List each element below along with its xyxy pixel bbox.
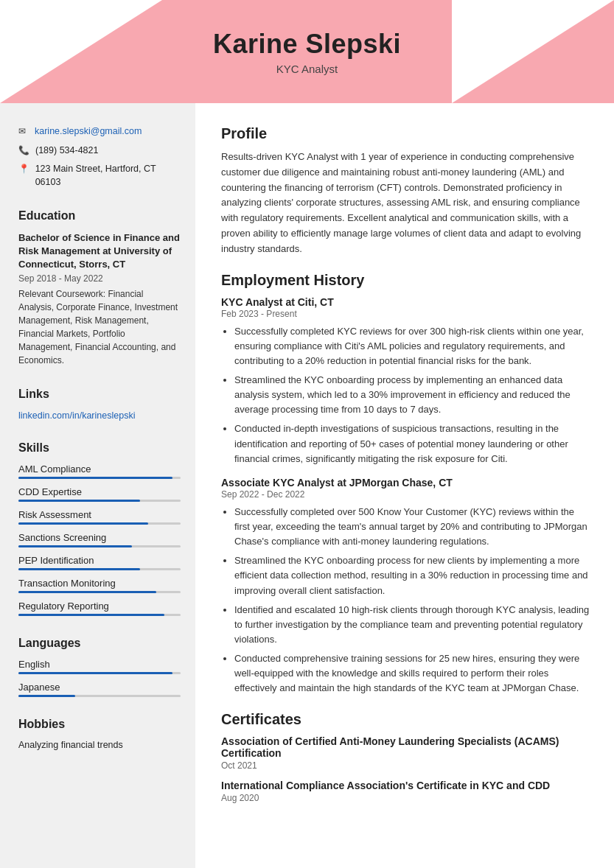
skill-item: Sanctions Screening [18,532,181,547]
main-content: Profile Results-driven KYC Analyst with … [195,103,614,868]
email-value: karine.slepski@gmail.com [35,125,142,139]
skill-name: Sanctions Screening [18,532,181,543]
employment-section-title: Employment History [221,272,592,289]
contact-section: ✉ karine.slepski@gmail.com 📞 (189) 534-4… [18,125,181,189]
phone-item: 📞 (189) 534-4821 [18,144,181,158]
job-bullets: Successfully completed over 500 Know You… [221,505,592,696]
certificates-section-title: Certificates [221,711,592,728]
skill-bar-fill [18,522,148,525]
cert-date: Aug 2020 [221,793,592,803]
edu-dates: Sep 2018 - May 2022 [18,273,181,284]
job-dates: Sep 2022 - Dec 2022 [221,489,592,500]
cert-title: International Compliance Association's C… [221,780,592,791]
email-item: ✉ karine.slepski@gmail.com [18,125,181,139]
skill-item: CDD Expertise [18,486,181,502]
list-item: Streamlined the KYC onboarding process f… [234,553,592,598]
skill-bar-fill [18,545,132,547]
skill-item: Regulatory Reporting [18,601,181,616]
cert-entry: Association of Certified Anti-Money Laun… [221,735,592,771]
skill-name: Risk Assessment [18,509,181,520]
list-item: Conducted in-depth investigations of sus… [234,421,592,466]
header-content: Karine Slepski KYC Analyst [0,0,614,103]
skill-name: Transaction Monitoring [18,578,181,589]
skill-bar-fill [18,591,156,593]
lang-bar-fill [18,672,172,674]
hobbies-list: Analyzing financial trends [18,740,181,750]
links-title: Links [18,388,181,401]
skill-bar-bg [18,568,181,570]
job-bullets: Successfully completed KYC reviews for o… [221,324,592,466]
language-name: Japanese [18,682,181,693]
linkedin-item: linkedin.com/in/karineslepski [18,410,181,421]
linkedin-link[interactable]: linkedin.com/in/karineslepski [18,410,135,421]
skill-bar-fill [18,614,164,616]
job-dates: Feb 2023 - Present [221,309,592,319]
skill-name: AML Compliance [18,463,181,475]
list-item: Successfully completed over 500 Know You… [234,505,592,549]
email-link[interactable]: karine.slepski@gmail.com [35,126,142,136]
skill-bar-bg [18,500,181,502]
hobbies-title: Hobbies [18,718,181,731]
phone-value: (189) 534-4821 [35,144,98,158]
skill-bar-fill [18,568,140,570]
skills-list: AML Compliance CDD Expertise Risk Assess… [18,463,181,616]
languages-title: Languages [18,637,181,650]
job-entry: Associate KYC Analyst at JPMorgan Chase,… [221,477,592,696]
certs-list: Association of Certified Anti-Money Laun… [221,735,592,803]
job-title: KYC Analyst at Citi, CT [221,296,592,308]
job-title: Associate KYC Analyst at JPMorgan Chase,… [221,477,592,489]
email-icon: ✉ [18,126,29,136]
edu-coursework: Relevant Coursework: Financial Analysis,… [18,287,181,367]
lang-bar-bg [18,695,181,697]
profile-text: Results-driven KYC Analyst with 1 year o… [221,150,592,257]
list-item: Streamlined the KYC onboarding process b… [234,373,592,417]
skill-bar-bg [18,591,181,593]
list-item: Conducted comprehensive training session… [234,651,592,696]
skill-name: CDD Expertise [18,486,181,497]
skill-item: PEP Identification [18,555,181,570]
skill-item: Risk Assessment [18,509,181,525]
language-item: English [18,659,181,674]
education-section: Education Bachelor of Science in Finance… [18,209,181,367]
lang-bar-fill [18,695,75,697]
languages-section: Languages English Japanese [18,637,181,697]
address-item: 📍 123 Main Street, Hartford, CT 06103 [18,163,181,189]
job-entry: KYC Analyst at Citi, CT Feb 2023 - Prese… [221,296,592,466]
profile-section-title: Profile [221,125,592,142]
language-item: Japanese [18,682,181,697]
cert-title: Association of Certified Anti-Money Laun… [221,735,592,759]
hobby-item: Analyzing financial trends [18,740,181,750]
lang-bar-bg [18,672,181,674]
location-icon: 📍 [18,164,29,174]
list-item: Identified and escalated 10 high-risk cl… [234,603,592,647]
skill-bar-fill [18,477,172,479]
hobbies-section: Hobbies Analyzing financial trends [18,718,181,750]
skill-bar-bg [18,477,181,479]
main-layout: ✉ karine.slepski@gmail.com 📞 (189) 534-4… [0,103,614,868]
edu-degree: Bachelor of Science in Finance and Risk … [18,231,181,272]
candidate-title: KYC Analyst [276,63,338,75]
sidebar: ✉ karine.slepski@gmail.com 📞 (189) 534-4… [0,103,195,868]
skill-bar-bg [18,522,181,525]
address-value: 123 Main Street, Hartford, CT 06103 [35,163,181,189]
phone-icon: 📞 [18,145,29,155]
skill-name: PEP Identification [18,555,181,566]
skills-title: Skills [18,441,181,455]
skill-bar-bg [18,614,181,616]
links-section: Links linkedin.com/in/karineslepski [18,388,181,421]
languages-list: English Japanese [18,659,181,697]
skill-bar-bg [18,545,181,547]
cert-date: Oct 2021 [221,760,592,771]
cert-entry: International Compliance Association's C… [221,780,592,803]
language-name: English [18,659,181,670]
skill-item: Transaction Monitoring [18,578,181,593]
header: Karine Slepski KYC Analyst [0,0,614,103]
skills-section: Skills AML Compliance CDD Expertise Risk… [18,441,181,616]
skill-name: Regulatory Reporting [18,601,181,612]
education-title: Education [18,209,181,223]
jobs-list: KYC Analyst at Citi, CT Feb 2023 - Prese… [221,296,592,696]
list-item: Successfully completed KYC reviews for o… [234,324,592,368]
skill-bar-fill [18,500,140,502]
skill-item: AML Compliance [18,463,181,479]
candidate-name: Karine Slepski [213,29,401,60]
